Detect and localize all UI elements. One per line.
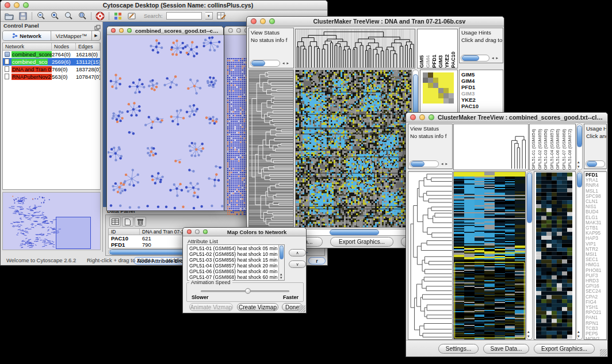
tv1-column-dendrogram[interactable]	[295, 29, 415, 68]
treeview2-titlebar[interactable]: ClusterMaker TreeView : combined_scores_…	[406, 113, 607, 122]
resize-grip[interactable]	[600, 349, 607, 356]
column-label[interactable]: GPL51-02 (GSM855)	[537, 124, 544, 170]
tv2-usage-hscrollbar[interactable]	[586, 160, 605, 167]
column-label[interactable]: PAC10	[450, 29, 457, 68]
row-label[interactable]: YKE2	[461, 97, 503, 103]
search-dropdown-button[interactable]: ▼	[205, 12, 213, 20]
attribute-item[interactable]: GPL51-02 (GSM855) heat shock 10 min	[188, 251, 278, 257]
attribute-select-icon[interactable]	[109, 217, 121, 227]
row-label[interactable]: GIM3	[461, 90, 503, 97]
resize-grip[interactable]	[299, 305, 305, 312]
move-up-button[interactable]: ∧	[289, 249, 306, 256]
dialog-titlebar[interactable]: Map Colors to Network	[183, 228, 306, 236]
tv1-usage-hscrollbar[interactable]: ◂ ▸	[461, 55, 502, 62]
tab-overflow-button[interactable]: ▶	[92, 31, 100, 40]
close-button[interactable]	[410, 114, 416, 120]
annotation-icon[interactable]	[127, 12, 137, 21]
animate-vizmap-button[interactable]: Animate Vizmap	[189, 303, 233, 311]
help-lifering-icon[interactable]	[95, 12, 105, 21]
zoom-button[interactable]	[127, 28, 132, 33]
tv1-status-hscrollbar[interactable]: ◂ ▸	[250, 60, 292, 67]
open-session-icon[interactable]	[4, 12, 14, 21]
zoom-button[interactable]	[23, 2, 29, 8]
column-label[interactable]: GPL51-06 (GSM865)	[555, 124, 561, 170]
row-label[interactable]: GIM4	[461, 78, 503, 84]
attribute-editor-icon[interactable]	[216, 12, 227, 21]
tv2-column-dendrogram[interactable]	[453, 124, 529, 170]
tv1-heatmap-hscrollbar[interactable]	[295, 229, 412, 236]
birdseye-view[interactable]	[2, 192, 101, 250]
tv2-zoom-vscrollbar[interactable]: ▴▾	[576, 171, 583, 340]
network-row[interactable]: combined_scores 2764(0) 16218(0)	[3, 51, 100, 58]
close-button[interactable]	[5, 2, 10, 8]
minimize-button[interactable]	[119, 28, 124, 33]
close-button[interactable]	[228, 28, 233, 33]
network-titlebar[interactable]: combined_scores_good.txt--cluste...	[107, 26, 223, 35]
attribute-item[interactable]: GPL51-03 (GSM856) heat shock 15 min	[188, 257, 278, 263]
minimize-button[interactable]	[236, 28, 241, 33]
tab-network[interactable]: Network	[3, 31, 51, 40]
zoom-button[interactable]	[429, 114, 434, 120]
column-label[interactable]: GPL51-03 (GSM856)	[543, 124, 549, 170]
close-button[interactable]	[187, 229, 192, 234]
close-button[interactable]	[251, 18, 257, 24]
treeview1-titlebar[interactable]: ClusterMaker TreeView : DNA and Tran 07-…	[247, 17, 504, 26]
settings-button[interactable]: Settings...	[438, 344, 479, 354]
network-row[interactable]: DNA and Tran 07 769(0) 183728(0)	[3, 66, 100, 73]
tv1-heatmap[interactable]	[295, 70, 412, 228]
create-vizmap-button[interactable]: Create Vizmap	[237, 303, 278, 311]
row-label[interactable]: GIM5	[461, 71, 503, 78]
column-label[interactable]: PFD1	[431, 29, 438, 68]
attribute-item[interactable]: GPL51-04 (GSM857) heat shock 20 min	[188, 263, 278, 269]
column-label[interactable]: GPL51-04 (GSM857)	[549, 124, 556, 170]
zoom-fit-icon[interactable]	[63, 12, 74, 21]
minimize-button[interactable]	[14, 2, 20, 8]
zoom-in-icon[interactable]	[49, 12, 60, 21]
attribute-item[interactable]: GPL51-06 (GSM865) heat shock 40 min	[188, 269, 278, 274]
new-attribute-icon[interactable]	[122, 217, 133, 227]
minimize-button[interactable]	[260, 18, 266, 24]
tv1-yellow-matrix[interactable]	[423, 72, 454, 104]
column-label[interactable]: GIM3	[438, 29, 444, 68]
export-graphics-button[interactable]: Export Graphics...	[534, 344, 595, 354]
network-list-header[interactable]: Network Nodes Edges	[3, 43, 100, 51]
export-graphics-button[interactable]: Export Graphics...	[330, 237, 393, 247]
network-row[interactable]: RNAPuberNov2+ 563(0) 107847(0)	[3, 73, 100, 81]
column-label[interactable]: GIM5	[419, 29, 425, 68]
tv2-labels-vscrollbar[interactable]: ▴▾	[576, 124, 583, 170]
network-row[interactable]: combined_sco 2569(6) 13112(15)	[3, 58, 100, 66]
minimize-button[interactable]	[195, 229, 200, 234]
tab-vizmapper[interactable]: VizMapper™	[51, 31, 92, 40]
tv2-heatmap[interactable]	[453, 171, 526, 340]
zoom-button[interactable]	[269, 18, 275, 24]
move-down-button[interactable]: ∨	[289, 260, 306, 268]
column-label[interactable]: GIM4	[425, 29, 431, 68]
column-label[interactable]: GPL51-07 (GSM868)	[561, 124, 568, 170]
minimize-button[interactable]	[419, 114, 425, 120]
save-data-button[interactable]: Save Data...	[483, 344, 529, 354]
window-controls[interactable]	[5, 2, 29, 8]
zoom-selected-icon[interactable]	[77, 12, 87, 21]
row-label[interactable]: PFD1	[461, 84, 503, 90]
zoom-out-icon[interactable]	[36, 12, 46, 21]
tv1-row-dendrogram[interactable]	[248, 70, 294, 228]
plugins-icon[interactable]	[113, 12, 123, 21]
save-session-icon[interactable]	[18, 12, 28, 21]
main-titlebar[interactable]: Cytoscape Desktop (Session Name: collins…	[1, 1, 327, 10]
tv2-heatmap-vscrollbar[interactable]: ▴▾	[526, 171, 533, 340]
row-label[interactable]: PAC10	[461, 103, 503, 109]
delete-attribute-icon[interactable]	[135, 217, 146, 227]
column-label[interactable]: GPL51-01 (GSM854)	[531, 124, 537, 170]
tv2-row-dendrogram[interactable]	[408, 171, 453, 340]
tv2-status-hscrollbar[interactable]: ◂ ▸	[410, 160, 451, 167]
close-button[interactable]	[111, 28, 116, 33]
column-label[interactable]: GPL51-08 (GSM872)	[567, 124, 573, 170]
column-label[interactable]: YKE2	[444, 29, 450, 68]
zoom-button[interactable]	[203, 229, 208, 234]
attribute-list-vscrollbar[interactable]: ▴▾	[278, 245, 284, 280]
search-input[interactable]	[166, 12, 202, 20]
tv2-zoom-heatmap[interactable]	[536, 173, 572, 339]
attribute-item[interactable]: GPL51-01 (GSM854) heat shock 05 min	[188, 246, 278, 251]
network-canvas-area[interactable]	[108, 35, 223, 210]
animation-speed-slider[interactable]	[201, 290, 289, 292]
